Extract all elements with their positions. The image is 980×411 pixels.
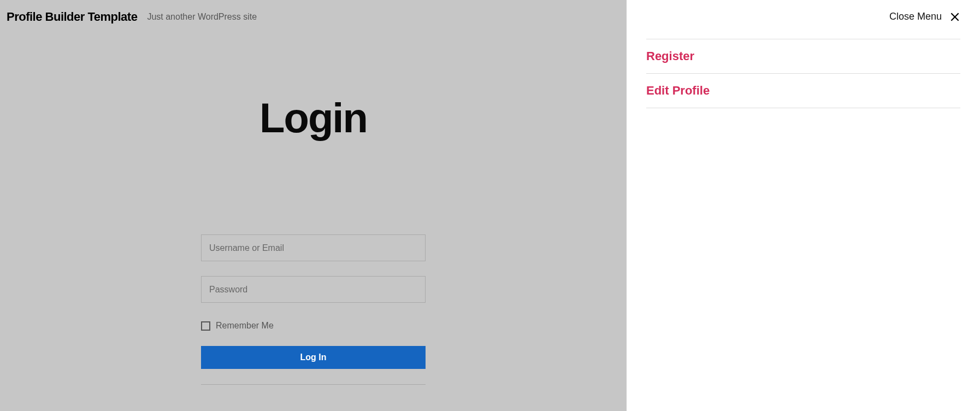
menu-item-register: Register	[646, 39, 960, 73]
site-tagline: Just another WordPress site	[147, 12, 257, 22]
main-content: Profile Builder Template Just another Wo…	[0, 0, 627, 411]
menu-list: Register Edit Profile	[646, 39, 960, 108]
remember-me-label[interactable]: Remember Me	[216, 321, 274, 331]
remember-me-checkbox[interactable]	[201, 321, 210, 331]
page-title: Login	[0, 94, 627, 142]
menu-item-edit-profile: Edit Profile	[646, 73, 960, 108]
form-divider	[201, 384, 426, 385]
side-menu: Close Menu Register Edit Profile	[627, 0, 980, 411]
edit-profile-link[interactable]: Edit Profile	[646, 84, 710, 97]
login-button[interactable]: Log In	[201, 346, 426, 369]
login-form: Remember Me Log In	[201, 234, 426, 385]
close-menu-button[interactable]: Close Menu	[646, 11, 960, 22]
password-input[interactable]	[201, 276, 426, 303]
username-input[interactable]	[201, 234, 426, 261]
close-icon	[949, 11, 960, 22]
site-title[interactable]: Profile Builder Template	[7, 10, 137, 24]
close-menu-label: Close Menu	[889, 11, 942, 22]
site-header: Profile Builder Template Just another Wo…	[0, 0, 627, 34]
remember-me-row: Remember Me	[201, 321, 426, 331]
register-link[interactable]: Register	[646, 49, 694, 63]
